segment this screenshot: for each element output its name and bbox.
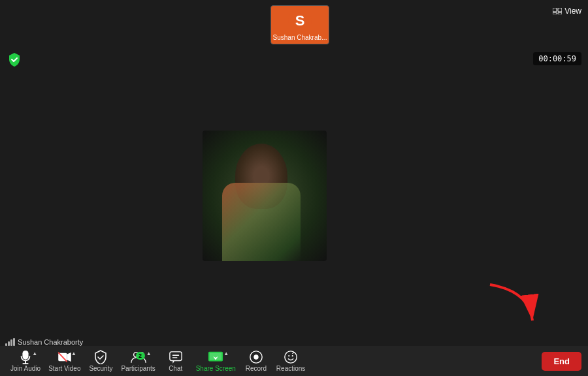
- share-screen-button[interactable]: ▲ Share Screen: [192, 346, 240, 376]
- svg-rect-3: [558, 12, 562, 14]
- view-icon: [553, 8, 562, 14]
- participant-name-short: Sushan Chakrab...: [273, 34, 327, 41]
- join-audio-button[interactable]: ▲ Join Audio: [7, 346, 44, 376]
- center-video-feed: [203, 131, 327, 261]
- svg-point-20: [285, 351, 297, 362]
- participants-button[interactable]: 2 ▲ Participants: [117, 346, 159, 376]
- svg-point-22: [292, 355, 293, 356]
- view-label: View: [564, 7, 581, 16]
- record-icon: [248, 351, 264, 364]
- reactions-label: Reactions: [276, 365, 305, 372]
- svg-rect-1: [558, 8, 562, 12]
- security-toolbar-icon: [93, 351, 108, 364]
- record-button[interactable]: Record: [240, 346, 272, 376]
- local-user-name: Sushan Chakraborty: [18, 338, 83, 346]
- participants-label: Participants: [121, 365, 155, 372]
- participants-badge: 2: [136, 352, 145, 360]
- start-video-label: Start Video: [48, 365, 80, 372]
- meeting-timer: 00:00:59: [533, 52, 581, 65]
- signal-strength-icon: [5, 338, 15, 346]
- chat-icon: [168, 351, 184, 364]
- reactions-icon: [283, 351, 299, 364]
- svg-marker-9: [67, 352, 71, 361]
- join-audio-label: Join Audio: [10, 365, 41, 372]
- start-video-button[interactable]: ▲ Start Video: [44, 346, 84, 376]
- audio-icon: ▲: [18, 351, 33, 364]
- svg-rect-12: [170, 351, 182, 360]
- reactions-button[interactable]: Reactions: [272, 346, 309, 376]
- chat-button[interactable]: Chat: [159, 346, 192, 376]
- svg-point-19: [253, 354, 258, 359]
- share-screen-icon: ▲: [208, 351, 223, 364]
- avatar: S: [288, 9, 312, 33]
- main-video-area: S Sushan Chakrab... View 00:00:59 Sushan…: [0, 0, 588, 376]
- security-shield-icon: [8, 52, 21, 67]
- participant-thumbnail: S Sushan Chakrab...: [270, 5, 329, 44]
- record-label: Record: [246, 365, 267, 372]
- participants-icon: 2 ▲: [131, 351, 146, 364]
- video-icon: ▲: [57, 351, 73, 364]
- svg-rect-2: [553, 12, 557, 14]
- end-button-arrow-indicator: [483, 278, 542, 337]
- security-button[interactable]: Security: [84, 346, 117, 376]
- security-label: Security: [89, 365, 112, 372]
- share-screen-label: Share Screen: [196, 365, 236, 372]
- toolbar: ▲ Join Audio ▲ Start Video: [0, 346, 588, 376]
- svg-rect-0: [553, 8, 557, 12]
- end-button[interactable]: End: [542, 352, 581, 371]
- local-participant-name-bar: Sushan Chakraborty: [5, 338, 83, 346]
- chat-label: Chat: [169, 365, 182, 372]
- svg-point-21: [288, 355, 289, 356]
- view-button[interactable]: View: [553, 7, 581, 16]
